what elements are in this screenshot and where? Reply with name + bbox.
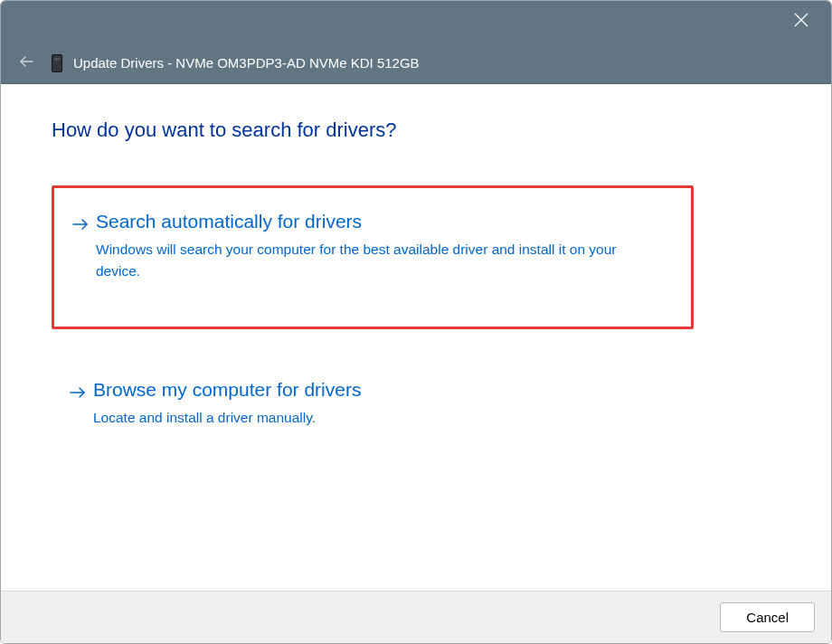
option-text: Search automatically for drivers Windows… [94, 210, 675, 281]
close-icon [794, 13, 808, 31]
content-area: How do you want to search for drivers? S… [1, 84, 831, 591]
close-button[interactable] [789, 10, 813, 33]
option-title: Browse my computer for drivers [93, 378, 764, 402]
update-drivers-dialog: Update Drivers - NVMe OM3PDP3-AD NVMe KD… [0, 0, 832, 644]
arrow-right-icon [67, 210, 94, 233]
option-browse-computer[interactable]: Browse my computer for drivers Locate an… [52, 362, 780, 454]
page-heading: How do you want to search for drivers? [52, 118, 780, 142]
option-search-automatically[interactable]: Search automatically for drivers Windows… [52, 185, 694, 329]
arrow-right-icon [64, 378, 91, 402]
option-text: Browse my computer for drivers Locate an… [91, 378, 764, 429]
window-title: Update Drivers - NVMe OM3PDP3-AD NVMe KD… [73, 55, 420, 71]
cancel-button[interactable]: Cancel [720, 602, 815, 632]
option-title: Search automatically for drivers [96, 210, 675, 233]
disk-drive-icon [52, 54, 62, 72]
back-button[interactable] [15, 52, 37, 74]
dialog-footer: Cancel [1, 591, 831, 643]
back-arrow-icon [18, 53, 34, 73]
title-bar: Update Drivers - NVMe OM3PDP3-AD NVMe KD… [1, 43, 831, 84]
window-top-bar [1, 1, 831, 43]
option-description: Windows will search your computer for th… [96, 239, 657, 281]
option-description: Locate and install a driver manually. [93, 407, 654, 428]
